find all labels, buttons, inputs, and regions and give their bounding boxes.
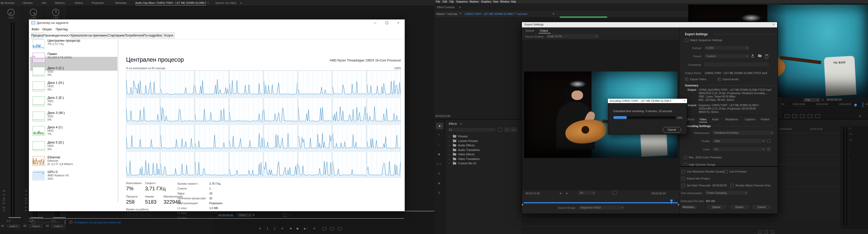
tab-performance[interactable]: Производителност [43,32,71,39]
ripple-edit-tool[interactable]: ↔ [437,143,440,146]
menu-window[interactable]: Window [500,0,509,3]
sidebar-item[interactable]: EthernetEthernetИ: 3,2 П: 5,8 Мбит/с [31,156,117,169]
effects-bin-row[interactable]: ›Custom Bin 01 [445,161,521,166]
tab-metadata[interactable]: Metadata [115,1,127,4]
tab-effects[interactable]: Effects [449,122,457,125]
timeline-tracks[interactable] [777,136,840,221]
match-sequence-checkbox[interactable] [685,38,688,42]
menu-file[interactable]: File [436,0,440,3]
go-to-in-icon[interactable]: ⇤ [281,227,284,230]
pan-knob[interactable] [30,9,37,16]
play-icon[interactable]: ▶ [553,12,555,15]
menu-options[interactable]: Опции [42,27,52,31]
menu-clip[interactable]: Clip [449,0,454,3]
yuv-filter-icon[interactable]: YUV [511,128,517,132]
export-button[interactable]: Export [729,204,750,210]
output-name-value[interactable]: CHRIS-TONY - LET ME DOWN SLOWLYTEST.mp4 [705,72,767,75]
play-icon[interactable]: ▶ [297,227,299,230]
level-select[interactable]: 5.1 [712,147,766,151]
effects-bin-row[interactable]: ›+Lumetri Presets [445,139,521,144]
32bit-filter-icon[interactable]: 32 [505,128,509,132]
extract-icon[interactable] [792,114,797,118]
format-select[interactable]: H.264 [704,46,749,50]
hand-tool[interactable]: ✥ [438,182,440,185]
expand-chevron-icon[interactable]: › [449,139,450,142]
tab-source-monitor[interactable]: Source: (no clips) [215,1,236,4]
start-timecode-checkbox[interactable] [682,184,685,187]
trim-handle-left[interactable] [522,204,524,206]
accelerated-effects-icon[interactable] [498,128,502,132]
sequence-clip-tab[interactable]: CHRIS-TONY - LET ME DOWN SLOWLY * cw3.wa… [465,12,527,16]
tab-export-video[interactable]: Video [700,118,707,121]
expand-chevron-icon[interactable]: › [449,148,450,152]
menu-markers[interactable]: Markers [470,0,479,3]
metadata-button[interactable]: Metadata... [681,204,698,210]
play-next-icon[interactable]: ▶ [253,213,255,216]
tab-markers[interactable]: Markers [55,1,65,4]
resource-monitor-link[interactable]: Отваряне на ресурсния монитор [74,220,121,224]
tab-info[interactable]: Info [42,1,46,4]
go-to-out-icon[interactable]: ⇥ [313,227,315,230]
audio-waveform-icon[interactable]: ∿ [288,213,290,216]
track-name-box[interactable]: Audio 2 [28,224,43,229]
minimize-button[interactable] [369,20,381,26]
selection-tool[interactable]: ➤ [436,123,443,129]
performance-select[interactable]: Hardware Encoding [712,131,774,135]
current-timecode[interactable]: 00;00;00;00 [218,214,233,217]
menu-view[interactable]: View [493,0,499,3]
tab-history[interactable]: History [75,1,83,4]
export-frame-icon[interactable] [800,114,805,118]
sidebar-item[interactable]: Диск 5 (D:)HDD0% [31,141,117,154]
fit-select[interactable]: Fit [578,191,596,195]
source-scaling-select[interactable]: Scale To Fit [546,34,599,38]
tab-libraries[interactable]: Libraries [22,1,33,4]
expand-chevron-icon[interactable]: › [449,153,450,156]
page-select[interactable]: Page 1 [237,213,252,217]
pen-tool[interactable]: ✎ [438,172,440,175]
dialog-title-bar[interactable]: Export Settings × [522,22,777,27]
menu-help[interactable]: Help [510,0,516,3]
close-icon[interactable]: × [684,99,685,102]
tab-export-publish[interactable]: Publish [761,118,769,121]
menu-icon[interactable]: ≡ [202,1,203,4]
queue-button[interactable]: Queue [706,204,727,210]
profile-checkbox[interactable] [767,139,770,143]
menu-graphics[interactable]: Graphics [481,0,491,3]
level-checkbox[interactable] [767,148,770,151]
linked-selection-icon[interactable] [764,230,768,233]
trim-handle-right[interactable] [678,204,679,206]
settings-icon[interactable] [283,213,286,217]
tab-audio-clip-mixer[interactable]: Audio Clip Mixer: CHRIS-TONY - LET ME DO… [135,1,206,5]
mark-out-icon[interactable]: } [274,227,275,230]
effects-bin-row[interactable]: ›Audio Transitions [445,148,521,153]
razor-tool[interactable]: ◆ [438,153,440,156]
aspect-icon[interactable] [612,191,617,194]
sidebar-item[interactable]: Диск 3 (W:)SSD0% [31,111,117,125]
comparison-view-icon[interactable] [808,114,812,118]
preview-current-timecode[interactable]: 00:02:51:00 [526,192,540,195]
sidebar-item[interactable]: Диск 0 (C:)SSD0% [31,67,117,80]
effects-search-input[interactable] [448,128,495,132]
tab-properties[interactable]: Properties [92,1,104,4]
comments-input[interactable] [704,62,769,67]
tab-effect-controls[interactable]: Effect Controls [437,6,455,9]
start-timecode-value[interactable]: 00:00:00:00 [712,184,726,187]
menu-sequence[interactable]: Sequence [456,0,468,3]
pan-knob[interactable] [7,9,14,16]
use-previews-checkbox[interactable] [724,170,727,173]
set-in-icon[interactable]: ◣ [560,191,562,194]
save-preset-icon[interactable] [751,54,754,56]
track-name-box[interactable]: Audio 3 [50,224,66,229]
menu-file[interactable]: Файл [32,27,39,31]
tab-media-browser[interactable]: dia Browser [1,1,14,4]
timeline-ruler[interactable]: 00:03:05:00 00:03:10:00 [777,127,840,134]
sidebar-item[interactable]: Централен процесор7% 3,71 ГХц [31,39,117,52]
preview-scrubber[interactable] [524,202,678,203]
tab-users[interactable]: Потребители [125,32,144,39]
timeline-settings-icon[interactable] [771,230,774,233]
track-name-box[interactable]: Audio 1 [6,224,21,229]
menu-view[interactable]: Преглед [56,27,68,31]
step-back-icon[interactable]: ◀ [289,227,291,230]
tab-app-history[interactable]: Хронология на приложение [70,32,107,39]
rec2020-checkbox[interactable] [684,156,687,159]
